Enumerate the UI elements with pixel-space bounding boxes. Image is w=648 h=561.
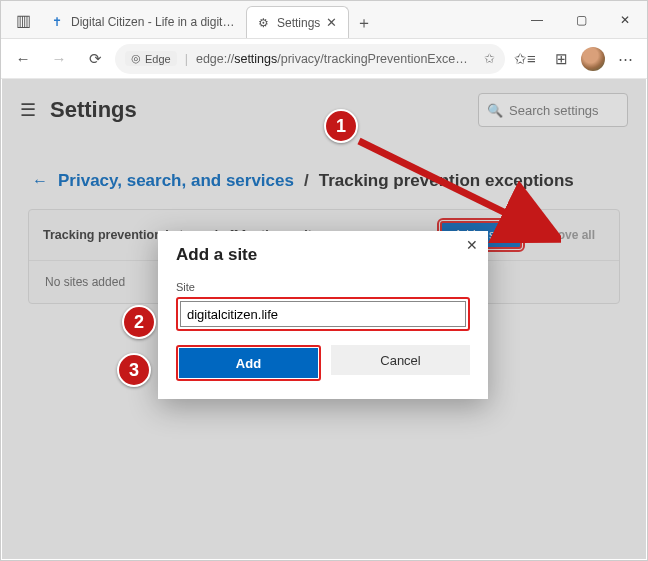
url-text: edge://settings/privacy/trackingPreventi…	[196, 52, 476, 66]
cross-icon: ✝	[49, 14, 65, 30]
window-titlebar: ▥ ✝ Digital Citizen - Life in a digital …	[1, 1, 647, 39]
dialog-cancel-button[interactable]: Cancel	[331, 345, 470, 375]
dialog-add-button[interactable]: Add	[179, 348, 318, 378]
add-site-dialog: ✕ Add a site Site Add Cancel	[158, 231, 488, 399]
tab-actions-button[interactable]: ▥	[5, 2, 41, 38]
annotation-arrow	[341, 123, 561, 243]
site-input[interactable]	[180, 301, 466, 327]
more-button[interactable]: ⋯	[609, 43, 641, 75]
back-button[interactable]: ←	[7, 43, 39, 75]
edge-icon: ◎	[131, 52, 141, 65]
browser-toolbar: ← → ⟳ ◎ Edge | edge://settings/privacy/t…	[1, 39, 647, 79]
dialog-button-row: Add Cancel	[176, 345, 470, 381]
tab-digital-citizen[interactable]: ✝ Digital Citizen - Life in a digital w	[41, 6, 246, 38]
favorites-button[interactable]: ✩≡	[509, 43, 541, 75]
annotation-badge-2: 2	[122, 305, 156, 339]
collections-button[interactable]: ⊞	[545, 43, 577, 75]
forward-button[interactable]: →	[43, 43, 75, 75]
minimize-button[interactable]: —	[515, 1, 559, 38]
profile-avatar[interactable]	[581, 47, 605, 71]
svg-line-1	[359, 141, 516, 218]
edge-label: Edge	[145, 53, 171, 65]
refresh-button[interactable]: ⟳	[79, 43, 111, 75]
close-tab-icon[interactable]: ✕	[326, 15, 340, 30]
edge-badge: ◎ Edge	[125, 51, 177, 66]
annotation-badge-1: 1	[324, 109, 358, 143]
tab-label: Digital Citizen - Life in a digital w	[71, 15, 238, 29]
pipe: |	[185, 52, 188, 66]
gear-icon: ⚙	[255, 15, 271, 31]
tab-settings[interactable]: ⚙ Settings ✕	[246, 6, 349, 38]
maximize-button[interactable]: ▢	[559, 1, 603, 38]
address-bar[interactable]: ◎ Edge | edge://settings/privacy/trackin…	[115, 44, 505, 74]
close-window-button[interactable]: ✕	[603, 1, 647, 38]
site-field-highlight	[176, 297, 470, 331]
site-field-label: Site	[176, 281, 470, 293]
window-controls: — ▢ ✕	[515, 1, 647, 38]
tab-strip: ▥ ✝ Digital Citizen - Life in a digital …	[1, 1, 515, 38]
dialog-title: Add a site	[176, 245, 470, 265]
annotation-badge-3: 3	[117, 353, 151, 387]
new-tab-button[interactable]: ＋	[349, 8, 379, 38]
read-aloud-icon[interactable]: ✩	[484, 51, 495, 66]
add-button-highlight: Add	[176, 345, 321, 381]
tab-label: Settings	[277, 16, 320, 30]
